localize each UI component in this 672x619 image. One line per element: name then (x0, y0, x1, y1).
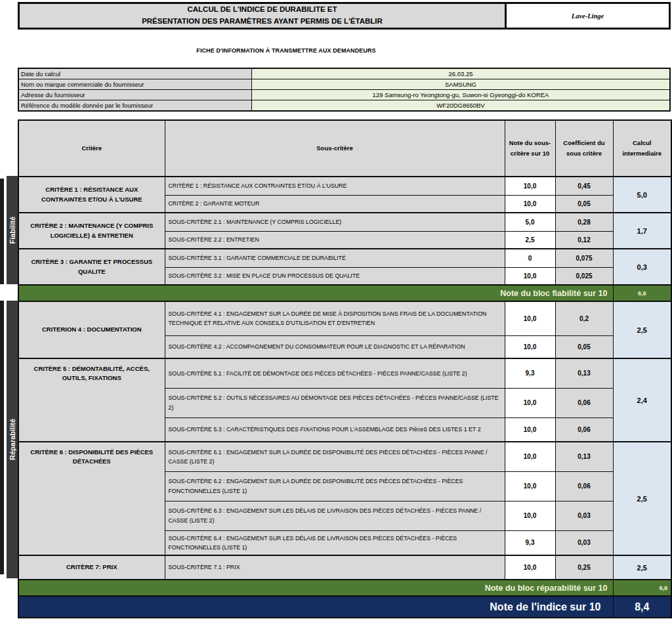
subcriterion-1-1: CRITÈRE 1 : RÉSISTANCE AUX CONTRAINTES E… (165, 177, 505, 195)
calc-1: 5,0 (613, 177, 671, 213)
info-label-address: Adresse du fournisseur (18, 90, 252, 100)
note-6-1: 10,0 (505, 442, 555, 471)
coef-7-1: 0,25 (555, 555, 613, 580)
fiabilite-total-row: Note du bloc fiabilité sur 10 6,9 (18, 285, 671, 301)
coef-1-2: 0,05 (555, 195, 613, 213)
index-total-label: Note de l'indice sur 10 (18, 596, 613, 618)
criterion-3-cell: CRITÈRE 3 : GARANTIE ET PROCESSUS QUALIT… (18, 249, 165, 285)
coef-1-1: 0,45 (555, 177, 613, 195)
coef-5-2: 0,06 (555, 388, 613, 417)
fiabilite-side-label: Fiabilité (9, 217, 16, 244)
header-note: Note du sous-critère sur 10 (505, 120, 555, 177)
coef-2-2: 0,12 (555, 231, 613, 249)
calc-6: 2,5 (613, 442, 671, 555)
note-7-1: 10,0 (505, 555, 555, 580)
info-row-date: Date du calcul 26.03.25 (18, 68, 670, 79)
subcriterion-5-3: SOUS-CRITÈRE 5.3 : CARACTÉRISTIQUES DES … (165, 417, 505, 442)
coef-5-3: 0,06 (555, 417, 613, 442)
criterion-5-cell: CRITÈRE 5 : DÉMONTABILITÉ, ACCÈS, OUTILS… (18, 358, 165, 442)
subcriterion-7-1: SOUS-CRITÈRE 7.1 : PRIX (165, 555, 505, 580)
product-category-label: Lave-Linge (507, 4, 669, 28)
fiabilite-total-label: Note du bloc fiabilité sur 10 (18, 285, 613, 301)
subcriterion-4-2: SOUS-CRITÈRE 4.2 : ACCOMPAGNEMENT DU CON… (165, 335, 505, 358)
note-6-2: 10,0 (505, 471, 555, 501)
subcriterion-6-3: SOUS-CRITÈRE 6.3 : ENGAGEMENT SUR LES DÉ… (165, 501, 505, 530)
supplier-info-table: Date du calcul 26.03.25 Nom ou marque co… (18, 68, 671, 112)
coef-6-4: 0,03 (555, 530, 613, 555)
table-row: CRITERION 4 : DOCUMENTATION SOUS-CRITÈRE… (18, 301, 671, 335)
reparabilite-side-label: Réparabilité (9, 419, 16, 460)
subcriterion-6-1: SOUS-CRITÈRE 6.1 : ENGAGEMENT SUR LA DUR… (165, 442, 505, 471)
info-row-model: Référence du modèle donnée par le fourni… (18, 100, 670, 112)
note-2-2: 2,5 (505, 231, 555, 249)
coef-2-1: 0,28 (555, 213, 613, 231)
coef-6-2: 0,06 (555, 471, 613, 501)
note-4-1: 10,0 (505, 301, 555, 335)
table-row: CRITÈRE 6 : DISPONIBILITÉ DES PIÈCES DÉT… (18, 442, 671, 471)
criterion-2-cell: CRITÈRE 2 : MAINTENANCE (Y COMPRIS LOGIC… (18, 213, 165, 249)
note-3-1: 0 (505, 249, 555, 267)
header-sous-critere: Sous-critère (165, 120, 505, 177)
calc-2: 1,7 (613, 213, 671, 249)
criteria-table: Critère Sous-critère Note du sous-critèr… (18, 119, 672, 618)
index-total-value: 8,4 (613, 596, 671, 618)
document-title: CALCUL DE L'INDICE DE DURABILITE ET PRÉS… (20, 4, 507, 28)
subcriterion-3-1: SOUS-CRITÈRE 3.1 : GARANTIE COMMERCIALE … (165, 249, 505, 267)
subcriterion-2-2: SOUS-CRITÈRE 2.2 : ENTRETIEN (165, 231, 505, 249)
info-label-date: Date du calcul (18, 68, 252, 79)
calc-4: 2,5 (613, 301, 671, 358)
note-6-4: 9,3 (505, 530, 555, 555)
header-calcul: Calcul intermediaire (613, 120, 671, 177)
table-row: CRITÈRE 2 : MAINTENANCE (Y COMPRIS LOGIC… (18, 213, 671, 231)
coef-3-2: 0,025 (555, 267, 613, 285)
reparabilite-total-value: 9,9 (613, 580, 671, 596)
note-3-2: 10,0 (505, 267, 555, 285)
criteria-table-header-row: Critère Sous-critère Note du sous-critèr… (18, 120, 671, 177)
note-5-1: 9,3 (505, 358, 555, 388)
calc-5: 2,4 (613, 358, 671, 442)
note-6-3: 10,0 (505, 501, 555, 530)
subcriterion-3-2: SOUS-CRITÈRE 3.2 : MISE EN PLACE D'UN PR… (165, 267, 505, 285)
fiabilite-side-bar: Fiabilité (7, 176, 18, 284)
fiabilite-total-value: 6,9 (613, 285, 671, 301)
criterion-4-cell: CRITERION 4 : DOCUMENTATION (18, 301, 165, 358)
coef-5-1: 0,13 (555, 358, 613, 388)
criterion-6-cell: CRITÈRE 6 : DISPONIBILITÉ DES PIÈCES DÉT… (18, 442, 165, 555)
info-row-brand: Nom ou marque commerciale du fournisseur… (18, 79, 670, 90)
calc-7: 2,5 (613, 555, 671, 580)
subcriterion-1-2: CRITÈRE 2 : GARANTIE MOTEUR (165, 195, 505, 213)
left-edge-line-reparabilite (0, 301, 4, 574)
note-4-2: 10,0 (505, 335, 555, 358)
subcriterion-6-4: SOUS-CRITÈRE 6.4 : ENGAGEMENT SUR LES DÉ… (165, 530, 505, 555)
subcriterion-2-1: SOUS-CRITÈRE 2.1 : MAINTENANCE (Y COMPRI… (165, 213, 505, 231)
coef-6-1: 0,13 (555, 442, 613, 471)
calc-3: 0,3 (613, 249, 671, 285)
info-label-brand: Nom ou marque commerciale du fournisseur (18, 79, 252, 90)
coef-4-2: 0,05 (555, 335, 613, 358)
coef-4-1: 0,2 (555, 301, 613, 335)
coef-6-3: 0,03 (555, 501, 613, 530)
note-1-2: 10,0 (505, 195, 555, 213)
info-value-date: 26.03.25 (252, 68, 671, 79)
coef-3-1: 0,075 (555, 249, 613, 267)
index-total-row: Note de l'indice sur 10 8,4 (18, 596, 671, 618)
subcriterion-6-2: SOUS-CRITÈRE 6.2 : ENGAGEMENT SUR LA DUR… (165, 471, 505, 501)
table-row: CRITÈRE 7: PRIX SOUS-CRITÈRE 7.1 : PRIX … (18, 555, 671, 580)
document-title-line1: CALCUL DE L'INDICE DE DURABILITE ET (187, 4, 337, 16)
table-row: CRITÈRE 1 : RÉSISTANCE AUX CONTRAINTES E… (18, 177, 671, 195)
note-5-2: 10,0 (505, 388, 555, 417)
subcriterion-5-2: SOUS-CRITÈRE 5.2 : OUTILS NÉCESSAIRES AU… (165, 388, 505, 417)
left-edge-line-fiabilite (0, 179, 4, 284)
info-label-model: Référence du modèle donnée par le fourni… (18, 100, 252, 112)
note-5-3: 10,0 (505, 417, 555, 442)
table-row: CRITÈRE 5 : DÉMONTABILITÉ, ACCÈS, OUTILS… (18, 358, 671, 388)
document-title-line2: PRÉSENTATION DES PARAMÈTRES AYANT PERMIS… (142, 16, 383, 28)
reparabilite-total-label: Note du bloc réparabilité sur 10 (18, 580, 613, 596)
info-value-address: 129 Samsung-ro Yeongtong-gu, Suwon-si Gy… (252, 90, 671, 100)
criterion-7-cell: CRITÈRE 7: PRIX (18, 555, 165, 580)
reparabilite-total-row: Note du bloc réparabilité sur 10 9,9 (18, 580, 671, 596)
table-row: CRITÈRE 3 : GARANTIE ET PROCESSUS QUALIT… (18, 249, 671, 267)
header-critere: Critère (18, 120, 165, 177)
info-row-address: Adresse du fournisseur 129 Samsung-ro Ye… (18, 90, 670, 100)
criterion-1-cell: CRITÈRE 1 : RÉSISTANCE AUX CONTRAINTES E… (18, 177, 165, 213)
